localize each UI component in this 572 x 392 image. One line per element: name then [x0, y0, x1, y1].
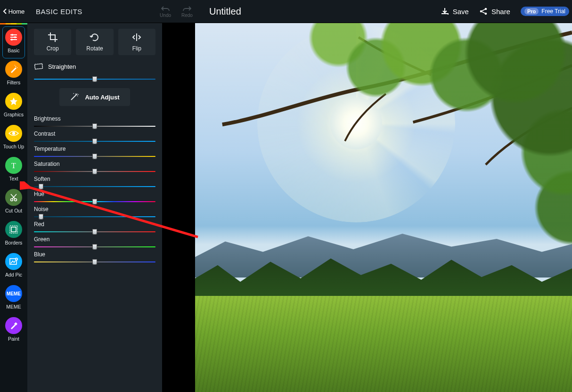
svg-point-0	[485, 8, 487, 10]
undo-redo-group: Undo Redo	[157, 5, 195, 18]
pro-badge[interactable]: Pro Free Trial	[521, 7, 569, 16]
nav-label-addpic: Add Pic	[5, 272, 22, 278]
left-nav: BasicFiltersGraphicsTouch UpTTextCut Out…	[0, 23, 27, 392]
redo-icon	[183, 5, 191, 12]
canvas[interactable]	[195, 23, 572, 392]
slider-saturation[interactable]: Saturation	[34, 161, 155, 174]
slider-knob-brightness[interactable]	[92, 123, 97, 129]
redo-button[interactable]: Redo	[181, 5, 193, 18]
slider-label-red: Red	[34, 221, 155, 228]
chevron-left-icon	[3, 8, 8, 15]
nav-item-paint[interactable]: Paint	[3, 315, 25, 346]
meme-icon: MEME	[5, 285, 22, 302]
crop-icon	[48, 32, 58, 42]
save-label: Save	[453, 8, 469, 16]
slider-track-straighten[interactable]	[34, 77, 155, 82]
slider-track-soften[interactable]	[34, 184, 155, 189]
slider-track-noise[interactable]	[34, 214, 155, 219]
svg-point-4	[14, 36, 16, 38]
slider-label-temperature: Temperature	[34, 146, 155, 152]
nav-item-graphics[interactable]: Graphics	[3, 91, 25, 122]
nav-item-touchup[interactable]: Touch Up	[3, 123, 25, 154]
slider-track-contrast[interactable]	[34, 139, 155, 144]
slider-label-brightness: Brightness	[34, 115, 155, 122]
tools-panel: Crop Rotate Flip Straighten	[27, 23, 162, 392]
nav-item-meme[interactable]: MEMEMEME	[3, 283, 25, 314]
nav-item-basic[interactable]: Basic	[3, 27, 25, 58]
slider-track-red[interactable]	[34, 229, 155, 234]
svg-point-6	[12, 132, 15, 135]
slider-brightness[interactable]: Brightness	[34, 115, 155, 129]
nav-item-borders[interactable]: Borders	[3, 219, 25, 250]
undo-button[interactable]: Undo	[160, 5, 171, 18]
slider-label-green: Green	[34, 236, 155, 243]
slider-knob-contrast[interactable]	[92, 139, 97, 144]
share-icon	[479, 7, 488, 16]
nav-item-addpic[interactable]: Add Pic	[3, 251, 25, 282]
nav-item-cutout[interactable]: Cut Out	[3, 187, 25, 218]
auto-adjust-label: Auto Adjust	[85, 94, 119, 101]
slider-knob-red[interactable]	[92, 229, 97, 235]
slider-knob-blue[interactable]	[92, 259, 97, 265]
svg-point-1	[480, 10, 482, 13]
top-actions: Save Share Pro Free Trial	[441, 7, 572, 16]
nav-accent-strip	[0, 23, 27, 24]
nav-item-filters[interactable]: Filters	[3, 59, 25, 90]
rotate-button[interactable]: Rotate	[76, 29, 113, 55]
slider-soften[interactable]: Soften	[34, 176, 155, 189]
slider-knob-saturation[interactable]	[92, 169, 97, 174]
straighten-row: Straighten	[34, 63, 155, 70]
crop-button[interactable]: Crop	[34, 29, 71, 55]
slider-track-temperature[interactable]	[34, 154, 155, 159]
slider-label-blue: Blue	[34, 251, 155, 258]
slider-straighten[interactable]	[34, 77, 155, 82]
filters-icon	[5, 61, 22, 78]
share-label: Share	[491, 8, 510, 16]
slider-red[interactable]: Red	[34, 221, 155, 234]
nav-label-touchup: Touch Up	[3, 144, 24, 149]
slider-green[interactable]: Green	[34, 236, 155, 249]
slider-knob-hue[interactable]	[92, 199, 97, 204]
straighten-icon	[34, 63, 43, 70]
slider-knob-green[interactable]	[92, 244, 97, 250]
borders-icon	[5, 221, 22, 238]
document-title[interactable]: Untitled	[195, 6, 241, 17]
auto-adjust-button[interactable]: Auto Adjust	[59, 88, 130, 106]
svg-rect-17	[35, 64, 42, 69]
slider-hue[interactable]: Hue	[34, 191, 155, 204]
svg-rect-16	[34, 64, 42, 69]
flip-label: Flip	[132, 45, 141, 52]
flip-button[interactable]: Flip	[118, 29, 155, 55]
save-button[interactable]: Save	[441, 7, 469, 16]
nav-label-filters: Filters	[7, 80, 21, 85]
flip-icon	[131, 32, 142, 42]
panel-title: BASIC EDITS	[27, 8, 157, 16]
pro-text: Free Trial	[541, 8, 565, 15]
slider-knob-straighten[interactable]	[92, 76, 97, 82]
slider-label-noise: Noise	[34, 206, 155, 212]
slider-track-saturation[interactable]	[34, 169, 155, 174]
svg-point-2	[485, 13, 487, 15]
touchup-icon	[5, 125, 22, 142]
slider-temperature[interactable]: Temperature	[34, 146, 155, 159]
slider-knob-soften[interactable]	[39, 184, 43, 189]
slider-track-hue[interactable]	[34, 199, 155, 204]
share-button[interactable]: Share	[479, 7, 510, 16]
nav-label-cutout: Cut Out	[5, 208, 22, 213]
straighten-label: Straighten	[48, 63, 76, 70]
slider-blue[interactable]: Blue	[34, 251, 155, 264]
slider-track-blue[interactable]	[34, 260, 155, 264]
slider-track-green[interactable]	[34, 245, 155, 249]
download-icon	[441, 7, 449, 16]
slider-track-brightness[interactable]	[34, 124, 155, 129]
slider-label-saturation: Saturation	[34, 161, 155, 167]
slider-noise[interactable]: Noise	[34, 206, 155, 219]
slider-knob-temperature[interactable]	[92, 154, 97, 159]
slider-label-hue: Hue	[34, 191, 155, 197]
slider-knob-noise[interactable]	[39, 214, 43, 220]
home-button[interactable]: Home	[0, 0, 27, 23]
nav-label-meme: MEME	[6, 304, 21, 310]
basic-icon	[5, 29, 22, 46]
nav-item-text[interactable]: TText	[3, 155, 25, 186]
slider-contrast[interactable]: Contrast	[34, 131, 155, 144]
